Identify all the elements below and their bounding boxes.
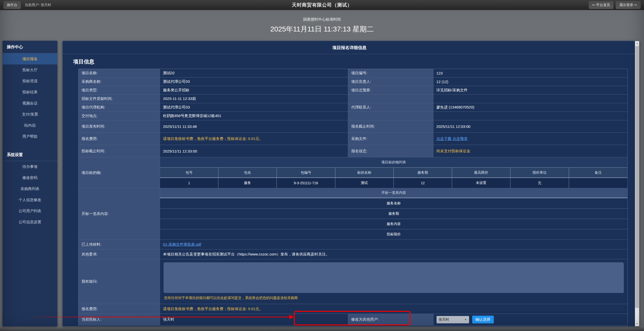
- action-button-bar: 招标文件质疑 支付保证金 发送问题 返回: [71, 325, 628, 326]
- user-select[interactable]: 张天时 ▼: [436, 316, 469, 323]
- back-arrow-icon: ⇦: [592, 3, 595, 7]
- goods-table-row: 1 服务 9-3-251111-716 测试 12 未设置 元: [160, 178, 627, 188]
- clock-source-label: 国家授时中心标准时间: [303, 17, 341, 22]
- sidebar-item-site-message[interactable]: 站内信: [3, 120, 57, 131]
- table-row-bid-form: 开标一览表内容: 开标一览表内容 服务名称 服务期 服务内容 投标报价: [78, 188, 627, 239]
- table-row: 项目名称: 测试02 项目编号: 123: [78, 69, 627, 77]
- bidder-switch-cell: 张天时 ▼ 确认选择: [433, 314, 627, 325]
- table-row: 投标截止时间: 2025/11/11 12:33:00 报名状态: 尚未支付投标…: [78, 145, 627, 157]
- field-value: 服务类公开招标: [160, 86, 348, 94]
- field-value: 测试代理公司03: [160, 78, 348, 86]
- field-label-empty: [348, 95, 433, 103]
- sidebar-item-todo[interactable]: 待办事项: [3, 161, 57, 172]
- sidebar-item-pay-invoice[interactable]: 支付/发票: [3, 109, 57, 120]
- sidebar-section-system-settings: 系统设置: [3, 149, 57, 161]
- sidebar-item-video-meeting[interactable]: 视频会议: [3, 98, 57, 109]
- goods-table-header: 包号 包名 包编号 标的名称 服务期 最高限价 报价单位 备注: [160, 167, 627, 178]
- main-panel: 项目报名详细信息 项目信息 项目名称: 测试02 项目编号: 123 采购商名称…: [62, 41, 639, 326]
- question-cell: 您有任何对于本项目的疑问都可以在此处填写提交，系统将会把您的问题发送给采购商: [160, 259, 627, 304]
- goods-col-header: 包名: [218, 168, 277, 178]
- field-label: 修改为其他用户:: [348, 314, 433, 325]
- scroll-down-icon[interactable]: ▼: [635, 321, 639, 326]
- bid-form-row: 服务内容: [160, 219, 627, 229]
- goods-cell: 服务: [218, 178, 277, 188]
- uploaded-file-link[interactable]: 01-采购文件审批表.pdf: [163, 242, 201, 247]
- bid-form-row: 投标报价: [160, 229, 627, 239]
- field-value: 2025/11/11 12:33:00: [160, 145, 348, 157]
- logout-button[interactable]: 退出登录 ⇨: [616, 1, 640, 9]
- sidebar-item-profile-edit[interactable]: 个人信息修改: [3, 194, 57, 205]
- field-value-fee: 该项目免收标书费，免收平台服务费；投标保证金: 0.01元。: [160, 133, 348, 145]
- field-label: 项目编号:: [348, 69, 433, 77]
- field-value-empty: [433, 112, 627, 120]
- sidebar-item-buyer-list[interactable]: 采购商列表: [3, 183, 57, 194]
- goods-cell: 未设置: [452, 178, 510, 188]
- field-value: 123: [433, 69, 627, 77]
- question-note: 您有任何对于本项目的疑问都可以在此处填写提交，系统将会把您的问题发送给采购商: [164, 296, 624, 300]
- field-label: 代理联系人:: [348, 103, 433, 112]
- field-value: 杜鹃路858号奥克斯缔壹城12栋401: [160, 112, 348, 120]
- field-label: 当前投标人:: [78, 314, 160, 325]
- sidebar-item-company-users[interactable]: 公司用户列表: [3, 205, 57, 216]
- sidebar-section-operations: 操作中心: [3, 41, 57, 53]
- bid-form-table: 开标一览表内容 服务名称 服务期 服务内容 投标报价: [160, 188, 627, 239]
- field-value: 2025/11/11 12:03:00: [433, 120, 627, 132]
- page-title: 项目报名详细信息: [71, 41, 628, 54]
- question-textarea[interactable]: [164, 262, 624, 293]
- sidebar-item-bid-result[interactable]: 投标结果: [3, 87, 57, 98]
- console-button[interactable]: 操作台: [4, 1, 21, 9]
- table-row-goods: 项目标的物: 项目标的物列表 包号 包名 包编号 标的名称 服务期 最高限价 报…: [78, 157, 627, 188]
- field-value-empty: [433, 95, 627, 103]
- goods-cell: [569, 178, 627, 188]
- field-label: 采购商名称:: [78, 78, 160, 86]
- sidebar-item-change-password[interactable]: 修改密码: [3, 172, 57, 183]
- preview-doc-link[interactable]: 点击预览: [453, 136, 468, 141]
- sidebar-item-bid-clarify[interactable]: 投标澄清: [3, 76, 57, 87]
- field-value: 廖先进 (13469070520): [433, 103, 627, 112]
- field-value: 测试02: [160, 69, 348, 77]
- goods-table-caption: 项目标的物列表: [160, 157, 627, 167]
- field-label: 项目类型:: [78, 86, 160, 94]
- sidebar-item-bid-hall[interactable]: 投标大厅: [3, 64, 57, 76]
- bid-form-row: 服务期: [160, 208, 627, 219]
- field-label: 采购文件:: [348, 133, 433, 145]
- field-label: 项目发布时间:: [78, 120, 160, 132]
- logout-label: 退出登录: [619, 3, 633, 7]
- signup-status-value: 尚未支付投标保证金: [433, 145, 627, 157]
- company-title: 天时商贸有限公司（测试）: [0, 2, 644, 8]
- scroll-up-icon[interactable]: ▲: [635, 41, 639, 46]
- goods-cell: 1: [160, 178, 218, 188]
- table-row: 项目类型: 服务类公开招标 项目总预算: 详见招标/采购文件: [78, 86, 627, 94]
- sidebar-item-project-signup[interactable]: 项目报名: [3, 53, 57, 64]
- other-requirements-value: 本项目相关公告及变更事项在招采测试平台（https://www.cszoc.co…: [160, 249, 627, 259]
- field-value: 12 (12): [433, 78, 627, 86]
- field-label: 我有疑问:: [78, 259, 160, 304]
- field-label: 开标一览表内容:: [78, 188, 160, 239]
- user-select-value: 张天时: [439, 317, 449, 322]
- vertical-scrollbar[interactable]: ▲ ▼: [635, 41, 639, 326]
- platform-home-label: 平台首页: [596, 3, 610, 7]
- field-label: 交付地点:: [78, 112, 160, 120]
- field-value: 点击下载 点击预览: [433, 133, 627, 145]
- bid-form-caption: 开标一览表内容: [160, 188, 627, 198]
- table-row: 采购商名称: 测试代理公司03 项目负责人: 12 (12): [78, 77, 627, 86]
- goods-col-header: 服务期: [394, 168, 452, 178]
- table-row: 项目代理机构: 测试代理公司03 代理联系人: 廖先进 (13469070520…: [78, 103, 627, 112]
- bottom-fade: [0, 327, 644, 331]
- field-value: 详见招标/采购文件: [433, 86, 627, 94]
- field-label: 其他要求:: [78, 249, 160, 259]
- goods-col-header: 包编号: [277, 168, 335, 178]
- uploaded-materials-cell: 01-采购文件审批表.pdf: [160, 240, 627, 249]
- download-doc-link[interactable]: 点击下载: [436, 136, 452, 141]
- field-value: 2025/11/11 11:33:48: [160, 120, 348, 132]
- confirm-select-button[interactable]: 确认选择: [472, 316, 494, 323]
- sidebar-item-company-info[interactable]: 公司信息设置: [3, 216, 57, 228]
- sidebar: 操作中心 项目报名 投标大厅 投标澄清 投标结果 视频会议 支付/发票 站内信 …: [3, 41, 57, 326]
- platform-home-button[interactable]: ⇦ 平台首页: [589, 1, 614, 9]
- table-row: 交付地点: 杜鹃路858号奥克斯缔壹城12栋401: [78, 112, 627, 120]
- table-row-bidder: 当前投标人: 张天时 修改为其他用户: 张天时 ▼ 确认选择: [78, 314, 627, 325]
- scrollbar-thumb[interactable]: [635, 46, 639, 308]
- field-value: 2025-11-11 12:33前: [160, 95, 348, 103]
- sidebar-item-user-help[interactable]: 用户帮助: [3, 131, 57, 142]
- goods-col-header: 备注: [569, 168, 627, 178]
